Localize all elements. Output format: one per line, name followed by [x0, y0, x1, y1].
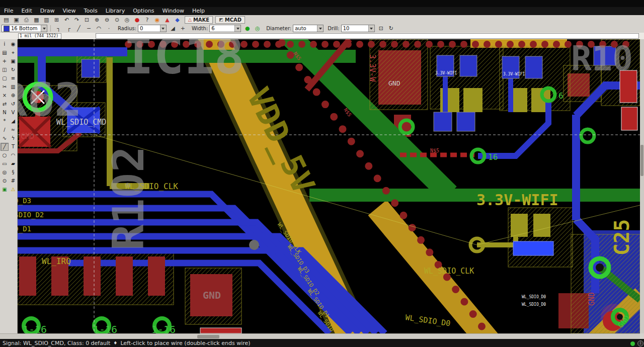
info-tool-icon[interactable]: i	[1, 40, 9, 48]
split-tool-icon[interactable]: ∕	[1, 126, 9, 134]
meander-tool-icon[interactable]: ∿	[1, 134, 9, 142]
refresh-icon[interactable]: ↻	[386, 25, 396, 32]
pcb-quote-icon[interactable]: ◆	[173, 16, 182, 24]
library-icon[interactable]: ▥	[42, 16, 51, 24]
move-tool-icon[interactable]: +	[1, 57, 9, 65]
bend-straight-icon[interactable]: ─	[84, 25, 94, 32]
value-tool-icon[interactable]: V	[9, 109, 17, 117]
zoom-select-icon[interactable]: ◎	[122, 16, 132, 24]
menu-view[interactable]: View	[58, 7, 79, 15]
zoom-out-icon[interactable]: ⊖	[102, 16, 112, 24]
grid-icon[interactable]: ⊞	[52, 16, 61, 24]
radius-select-arrow-icon[interactable]	[160, 25, 166, 32]
rotate-tool-icon[interactable]: ↻	[9, 66, 17, 74]
pcb-label: WL_SDIO_CMD	[56, 118, 106, 127]
drill-select[interactable]: 10	[341, 25, 375, 32]
rect-tool-icon[interactable]: ▭	[1, 160, 9, 168]
name-tool-icon[interactable]: N	[1, 109, 9, 117]
mirror-tool-icon[interactable]: ◫	[1, 66, 9, 74]
mark-tool-icon[interactable]: ⌖	[9, 49, 17, 57]
bend-45-icon[interactable]: ╱	[74, 25, 84, 32]
drill-select-arrow-icon[interactable]	[368, 25, 374, 32]
info-status-icon[interactable]: i	[637, 340, 643, 346]
menu-file[interactable]: File	[0, 7, 17, 15]
ratsnest-tool-icon[interactable]: #	[9, 177, 17, 185]
group-tool-icon[interactable]: ▢	[1, 74, 9, 82]
help-icon[interactable]: ?	[142, 16, 152, 24]
route-airwire-icon[interactable]: ϟ	[9, 134, 17, 142]
via-tool-icon[interactable]: ◎	[1, 168, 9, 177]
drc-icon[interactable]: ▣	[1, 186, 9, 194]
menu-draw[interactable]: Draw	[36, 7, 59, 15]
add-tool-icon[interactable]: ⊕	[9, 92, 17, 100]
smash-tool-icon[interactable]: *	[1, 117, 9, 125]
pinswap-tool-icon[interactable]: ⇄	[1, 100, 9, 108]
miter-tool-icon[interactable]: ◢	[9, 117, 17, 125]
width-select-arrow-icon[interactable]	[234, 25, 240, 32]
layer-select[interactable]: 16 Bottom	[2, 25, 47, 32]
hole-tool-icon[interactable]: ⊙	[1, 177, 9, 185]
menu-options[interactable]: Options	[129, 7, 158, 15]
circle-tool-icon[interactable]: ○	[1, 151, 9, 159]
menu-help[interactable]: Help	[188, 7, 209, 15]
coordinate-readout: 1 mil (744 1522)	[18, 33, 61, 39]
dim-icon[interactable]: ⊡	[376, 25, 386, 32]
vertical-scrollbar[interactable]	[640, 39, 644, 333]
menu-tools[interactable]: Tools	[80, 7, 102, 15]
text-tool-icon[interactable]: T	[9, 143, 17, 151]
make-button[interactable]: △ MAKE	[185, 16, 213, 24]
stop-icon[interactable]: ●	[132, 16, 142, 24]
highlighted-pad[interactable]	[513, 241, 553, 255]
via-round-icon[interactable]: ●	[243, 25, 252, 32]
diameter-select[interactable]: auto	[293, 25, 324, 32]
signal-tool-icon[interactable]: §	[9, 168, 17, 177]
bend-free-icon[interactable]: ·	[104, 25, 114, 32]
undo-icon[interactable]: ↶	[62, 16, 71, 24]
errors-icon[interactable]: ⚠	[9, 186, 17, 194]
width-select[interactable]: 6	[209, 25, 241, 32]
display-layers-icon[interactable]: ▤	[1, 49, 9, 57]
zoom-in-icon[interactable]: ⊕	[92, 16, 102, 24]
fusion-sync-icon[interactable]: ◉	[152, 16, 162, 24]
diameter-select-arrow-icon[interactable]	[317, 25, 323, 32]
bend-90b-icon[interactable]: ┌	[64, 25, 73, 32]
polygon-tool-icon[interactable]: ▰	[9, 160, 17, 168]
optimize-tool-icon[interactable]: ≈	[9, 126, 17, 134]
delete-tool-icon[interactable]: ×	[1, 92, 9, 100]
layer-select-arrow-icon[interactable]	[41, 25, 47, 32]
cut-tool-icon[interactable]: ✂	[1, 83, 9, 91]
save-icon[interactable]: ▣	[12, 16, 21, 24]
arc-tool-icon[interactable]: ◠	[9, 151, 17, 159]
pcb-editor-canvas[interactable]: R62IC18R102R10C25VDD_5V3.3V-WIFIWL_SDIO_…	[18, 39, 640, 333]
mcad-button[interactable]: ◩ MCAD	[215, 16, 245, 24]
via-annulus-icon[interactable]: ◎	[253, 25, 262, 32]
bend-arc-icon[interactable]: ◠	[94, 25, 104, 32]
horizontal-scrollbar-thumb[interactable]	[197, 335, 219, 338]
show-tool-icon[interactable]: ◉	[9, 40, 17, 48]
gray-via	[249, 240, 259, 250]
vertical-scrollbar-thumb[interactable]	[640, 145, 643, 176]
cam-processor-icon[interactable]: ▦	[32, 16, 41, 24]
change-tool-icon[interactable]: ≡	[9, 74, 17, 82]
menu-edit[interactable]: Edit	[17, 7, 36, 15]
radius-select[interactable]: 0	[138, 25, 167, 32]
pcb-label: WL_SDIO_CLK	[125, 182, 178, 191]
command-input[interactable]	[96, 33, 639, 39]
redo-icon[interactable]: ↷	[72, 16, 82, 24]
print-icon[interactable]: ⎙	[22, 16, 31, 24]
miter-straight-icon[interactable]: +	[178, 25, 188, 32]
zoom-fit-icon[interactable]: ⊡	[82, 16, 92, 24]
copy-tool-icon[interactable]: ▣	[9, 57, 17, 65]
pcb-label: WL_SDIO_CLK	[424, 267, 474, 276]
bend-90-icon[interactable]: ┐	[54, 25, 63, 32]
replace-tool-icon[interactable]: ↺	[9, 100, 17, 108]
open-icon[interactable]: ▤	[2, 16, 11, 24]
paste-tool-icon[interactable]: ▥	[9, 83, 17, 91]
wire-tool-icon[interactable]: ╱	[1, 143, 9, 151]
miter-round-icon[interactable]: ◢	[168, 25, 178, 32]
zoom-redraw-icon[interactable]: ⊙	[112, 16, 122, 24]
menu-window[interactable]: Window	[158, 7, 188, 15]
menu-library[interactable]: Library	[102, 7, 129, 15]
radius-label: Radius:	[118, 26, 136, 31]
fab-icon[interactable]: ▲	[163, 16, 172, 24]
